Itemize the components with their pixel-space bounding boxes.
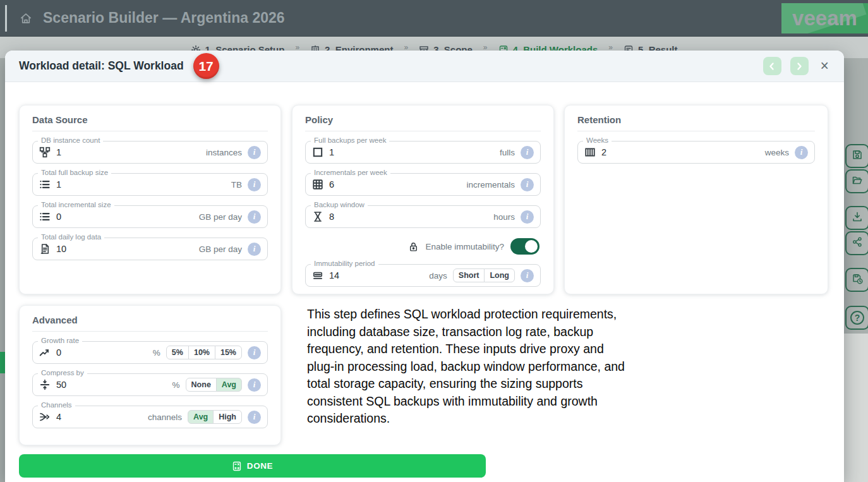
divider bbox=[305, 131, 541, 131]
channels-high-chip[interactable]: High bbox=[213, 410, 242, 424]
info-icon[interactable]: i bbox=[248, 378, 261, 392]
immutability-period-input[interactable] bbox=[329, 270, 399, 280]
field-unit: incrementals bbox=[466, 180, 515, 190]
info-icon[interactable]: i bbox=[248, 178, 261, 191]
db-instance-count-input[interactable] bbox=[56, 147, 126, 157]
field-unit: days bbox=[429, 271, 447, 280]
open-button[interactable] bbox=[845, 169, 868, 193]
save-button[interactable] bbox=[845, 144, 868, 168]
field-label: DB instance count bbox=[38, 136, 103, 144]
total-full-backup-size-input[interactable] bbox=[56, 179, 126, 190]
compress-avg-chip[interactable]: Avg bbox=[216, 378, 242, 392]
storage-list-icon bbox=[39, 211, 51, 222]
channels-field: Channels channels Avg High i bbox=[32, 406, 268, 428]
page: Scenario Builder — Argentina 2026 veeam … bbox=[0, 0, 868, 482]
field-unit: instances bbox=[206, 148, 242, 157]
field-unit: fulls bbox=[500, 148, 515, 157]
total-full-backup-size-field: Total full backup size TB i bbox=[32, 173, 268, 196]
weeks-input[interactable] bbox=[601, 147, 671, 157]
card-title: Retention bbox=[577, 114, 815, 125]
info-icon[interactable]: i bbox=[521, 269, 534, 282]
header-accent-line bbox=[5, 5, 7, 32]
side-toolbar: ? bbox=[845, 144, 868, 330]
growth-segmented-control: 5% 10% 15% bbox=[166, 346, 242, 359]
channels-avg-chip[interactable]: Avg bbox=[188, 410, 214, 424]
info-icon[interactable]: i bbox=[521, 210, 534, 224]
veeam-logo: veeam bbox=[781, 3, 868, 33]
info-icon[interactable]: i bbox=[248, 411, 261, 424]
lock-icon bbox=[408, 241, 419, 252]
incrementals-per-week-field: Incrementals per week incrementals i bbox=[305, 173, 541, 196]
modal-title: Workload detail: SQL Workload bbox=[19, 59, 184, 73]
step-description: This step defines SQL workload protectio… bbox=[307, 306, 627, 428]
toggle-label: Enable immutability? bbox=[425, 242, 504, 251]
annotation-step-badge: 17 bbox=[193, 53, 219, 79]
divider bbox=[32, 131, 268, 131]
prev-workload-button[interactable] bbox=[763, 57, 781, 75]
compress-none-chip[interactable]: None bbox=[186, 378, 217, 392]
growth-15-chip[interactable]: 15% bbox=[215, 346, 242, 359]
info-icon[interactable]: i bbox=[795, 146, 808, 159]
compress-by-input[interactable] bbox=[56, 380, 126, 390]
growth-rate-field: Growth rate % 5% 10% 15% i bbox=[32, 341, 268, 364]
immutability-period-field: Immutability period days Short Long i bbox=[305, 264, 541, 287]
download-button[interactable] bbox=[845, 206, 868, 230]
channels-input[interactable] bbox=[56, 412, 126, 422]
background-panel-fragment bbox=[844, 334, 868, 482]
close-icon[interactable]: × bbox=[821, 59, 829, 73]
growth-10-chip[interactable]: 10% bbox=[188, 346, 215, 359]
info-icon[interactable]: i bbox=[521, 146, 534, 159]
share-button[interactable] bbox=[845, 231, 868, 255]
info-icon[interactable]: i bbox=[521, 178, 534, 191]
field-label: Total daily log data bbox=[38, 233, 104, 241]
info-icon[interactable]: i bbox=[248, 346, 261, 359]
incrementals-input[interactable] bbox=[329, 179, 399, 190]
info-icon[interactable]: i bbox=[248, 146, 261, 159]
share-icon bbox=[852, 236, 863, 250]
download-icon bbox=[852, 211, 863, 225]
info-icon[interactable]: i bbox=[248, 243, 261, 256]
app-title: Scenario Builder — Argentina 2026 bbox=[43, 9, 285, 27]
field-label: Weeks bbox=[583, 136, 612, 144]
field-unit: hours bbox=[493, 212, 515, 222]
total-daily-log-data-input[interactable] bbox=[56, 244, 126, 254]
field-label: Backup window bbox=[311, 201, 368, 208]
db-instance-count-field: DB instance count instances i bbox=[32, 141, 268, 164]
total-incremental-size-input[interactable] bbox=[56, 212, 126, 222]
weeks-field: Weeks weeks i bbox=[577, 141, 815, 164]
done-button[interactable]: DONE bbox=[19, 454, 486, 478]
next-workload-button[interactable] bbox=[790, 57, 809, 75]
short-chip[interactable]: Short bbox=[453, 268, 485, 282]
field-unit: % bbox=[172, 380, 180, 390]
total-incremental-size-field: Total incremental size GB per day i bbox=[32, 205, 268, 228]
app-header: Scenario Builder — Argentina 2026 veeam bbox=[0, 0, 868, 37]
immutability-toggle[interactable] bbox=[510, 238, 539, 255]
field-label: Total incremental size bbox=[38, 201, 114, 208]
compress-segmented-control: None Avg bbox=[186, 378, 242, 392]
field-label: Total full backup size bbox=[38, 169, 111, 176]
channels-icon bbox=[39, 411, 51, 423]
help-button[interactable]: ? bbox=[845, 306, 868, 330]
home-icon[interactable] bbox=[19, 11, 33, 25]
log-document-icon bbox=[39, 243, 51, 255]
policy-card: Policy Full backups per week fulls i Inc… bbox=[292, 105, 554, 294]
save-history-button[interactable] bbox=[845, 268, 868, 292]
backup-window-input[interactable] bbox=[329, 212, 399, 222]
full-backups-per-week-field: Full backups per week fulls i bbox=[305, 141, 541, 164]
field-unit: % bbox=[153, 348, 160, 358]
period-segmented-control: Short Long bbox=[453, 268, 515, 282]
storage-list-icon bbox=[39, 179, 51, 190]
hierarchy-icon bbox=[39, 147, 51, 158]
field-label: Compress by bbox=[38, 369, 87, 377]
field-label: Full backups per week bbox=[311, 136, 389, 144]
done-label: DONE bbox=[247, 461, 273, 471]
period-icon bbox=[312, 270, 323, 281]
help-icon: ? bbox=[850, 311, 864, 325]
weeks-calendar-icon bbox=[584, 147, 596, 158]
growth-5-chip[interactable]: 5% bbox=[166, 346, 189, 359]
growth-rate-input[interactable] bbox=[56, 347, 126, 358]
info-icon[interactable]: i bbox=[248, 210, 261, 224]
field-unit: weeks bbox=[765, 148, 789, 157]
full-backups-input[interactable] bbox=[329, 147, 399, 157]
long-chip[interactable]: Long bbox=[484, 268, 515, 282]
